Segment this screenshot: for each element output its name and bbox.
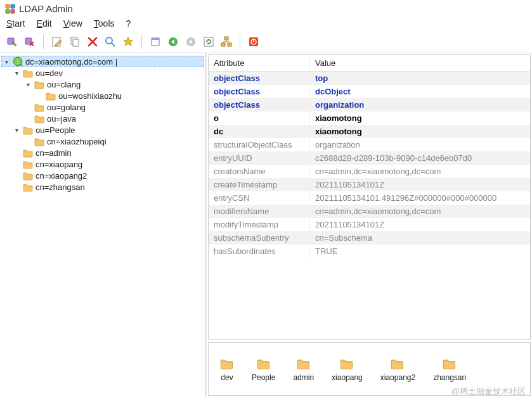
attribute-row[interactable]: objectClasstop xyxy=(209,72,530,85)
menu-tools[interactable]: Tools xyxy=(94,18,115,29)
menu-edit[interactable]: Edit xyxy=(37,18,52,29)
child-label: dev xyxy=(221,373,233,382)
tree-node-golang[interactable]: ou=golang xyxy=(1,101,204,113)
menu-start[interactable]: Start xyxy=(6,18,25,29)
attribute-row[interactable]: objectClassorganization xyxy=(209,98,530,111)
menu-view[interactable]: View xyxy=(63,18,82,29)
chevron-down-icon[interactable]: ▾ xyxy=(3,58,10,65)
delete-button[interactable] xyxy=(84,34,101,50)
bookmark-button[interactable] xyxy=(147,34,164,50)
attribute-row[interactable]: oxiaomotong xyxy=(209,111,530,125)
attribute-row[interactable]: createTimestamp20211105134101Z xyxy=(209,178,530,191)
attribute-value: TRUE xyxy=(310,245,530,258)
edit-entry-button[interactable] xyxy=(49,34,65,50)
tree-node-label: ou=clang xyxy=(47,80,81,89)
attribute-row[interactable]: creatorsNamecn=admin,dc=xiaomotong,dc=co… xyxy=(209,165,530,178)
search-button[interactable] xyxy=(102,34,119,50)
tree-node-admin[interactable]: cn=admin xyxy=(1,147,204,158)
attribute-row[interactable]: modifyTimestamp20211105134101Z xyxy=(209,218,530,231)
folder-icon xyxy=(34,102,44,112)
attribute-name: dc xyxy=(209,125,310,138)
modify-button[interactable] xyxy=(120,34,136,50)
attribute-name: entryUUID xyxy=(209,151,310,165)
attribute-row[interactable]: structuralObjectClassorganization xyxy=(209,138,530,151)
tree-node-xiaopang[interactable]: cn=xiaopang xyxy=(1,158,204,170)
toolbar xyxy=(0,31,532,53)
attribute-name: creatorsName xyxy=(209,165,310,178)
tree-node-people[interactable]: ▾ ou=People xyxy=(1,124,204,136)
attribute-row[interactable]: subschemaSubentrycn=Subschema xyxy=(209,231,530,245)
back-button[interactable] xyxy=(165,34,181,50)
tree-node-clang[interactable]: ▾ ou=clang xyxy=(1,79,204,90)
tree-node-label: ou=dev xyxy=(36,68,63,78)
tree-node-xiaozhupeiqi[interactable]: cn=xiaozhupeiqi xyxy=(1,136,204,147)
attribute-header: Attribute Value xyxy=(209,55,530,72)
attribute-row[interactable]: dcxiaomotong xyxy=(209,125,530,138)
attribute-row[interactable]: objectClassdcObject xyxy=(209,85,530,98)
tree-node-label: ou=woshixiaozhu xyxy=(58,91,122,101)
attribute-name: objectClass xyxy=(209,98,310,111)
attribute-pane: Attribute Value objectClasstopobjectClas… xyxy=(208,54,531,340)
tree-node-label: ou=People xyxy=(36,125,75,135)
child-item[interactable]: People xyxy=(252,357,275,382)
svg-rect-16 xyxy=(224,37,228,40)
attribute-row[interactable]: entryUUIDc2688d28-d289-103b-9090-c14de6e… xyxy=(209,151,530,165)
attribute-value: cn=admin,dc=xiaomotong,dc=com xyxy=(310,205,530,218)
tree-node-label: dc=xiaomotong,dc=com | xyxy=(25,57,117,67)
children-pane: devPeopleadminxiaopangxiaopang2zhangsan xyxy=(208,342,531,396)
globe-icon xyxy=(13,56,23,67)
child-item[interactable]: admin xyxy=(293,357,314,382)
menubar: Start Edit View Tools ? xyxy=(0,17,532,31)
chevron-down-icon[interactable]: ▾ xyxy=(24,81,32,88)
attribute-name: subschemaSubentry xyxy=(209,231,310,245)
folder-icon xyxy=(23,68,33,78)
svg-rect-11 xyxy=(73,39,79,46)
attribute-name: o xyxy=(209,111,310,125)
child-item[interactable]: zhangsan xyxy=(433,357,466,382)
folder-icon xyxy=(257,357,271,371)
exit-button[interactable] xyxy=(245,34,262,50)
folder-icon xyxy=(23,182,33,192)
schema-button[interactable] xyxy=(218,34,235,50)
disconnect-button[interactable] xyxy=(22,34,38,50)
tree-node-zhangsan[interactable]: cn=zhangsan xyxy=(1,181,204,193)
col-value[interactable]: Value xyxy=(310,55,530,71)
child-item[interactable]: dev xyxy=(220,357,234,382)
tree-node-label: cn=xiaopang2 xyxy=(36,171,87,181)
attribute-name: structuralObjectClass xyxy=(209,138,310,151)
tree-node-label: ou=java xyxy=(47,114,76,124)
attribute-value: cn=Subschema xyxy=(310,231,530,245)
attribute-row[interactable]: modifiersNamecn=admin,dc=xiaomotong,dc=c… xyxy=(209,205,530,218)
menu-help[interactable]: ? xyxy=(126,18,131,29)
attribute-value: top xyxy=(310,72,530,85)
folder-icon xyxy=(34,79,44,89)
svg-rect-15 xyxy=(204,37,213,46)
tree-node-woshixiaozhu[interactable]: ou=woshixiaozhu xyxy=(1,90,204,101)
folder-icon xyxy=(391,357,405,371)
chevron-down-icon[interactable]: ▾ xyxy=(13,127,20,134)
forward-button[interactable] xyxy=(183,34,199,50)
tree-node-dev[interactable]: ▾ ou=dev xyxy=(1,67,204,79)
tree-node-label: cn=zhangsan xyxy=(36,182,85,192)
chevron-down-icon[interactable]: ▾ xyxy=(13,70,20,77)
folder-icon xyxy=(443,357,457,371)
child-item[interactable]: xiaopang2 xyxy=(380,357,415,382)
refresh-button[interactable] xyxy=(200,34,217,50)
attribute-name: hasSubordinates xyxy=(209,245,310,258)
attribute-value: cn=admin,dc=xiaomotong,dc=com xyxy=(310,165,530,178)
attribute-row[interactable]: entryCSN20211105134101.491296Z#000000#00… xyxy=(209,191,530,205)
attribute-value: organization xyxy=(310,138,530,151)
copy-entry-button[interactable] xyxy=(67,34,83,50)
tree-node-xiaopang2[interactable]: cn=xiaopang2 xyxy=(1,170,204,181)
folder-icon xyxy=(23,148,33,158)
window-title: LDAP Admin xyxy=(19,3,73,14)
connect-button[interactable] xyxy=(4,34,20,50)
col-attribute[interactable]: Attribute xyxy=(209,55,310,71)
attribute-value: 20211105134101Z xyxy=(310,178,530,191)
attribute-row[interactable]: hasSubordinatesTRUE xyxy=(209,245,530,258)
tree-node-java[interactable]: ou=java xyxy=(1,113,204,124)
tree-pane[interactable]: ▾ dc=xiaomotong,dc=com | ▾ ou=dev ▾ ou=c… xyxy=(0,53,206,397)
tree-root[interactable]: ▾ dc=xiaomotong,dc=com | xyxy=(1,56,204,67)
child-item[interactable]: xiaopang xyxy=(332,357,363,382)
attribute-value: organization xyxy=(310,98,530,111)
